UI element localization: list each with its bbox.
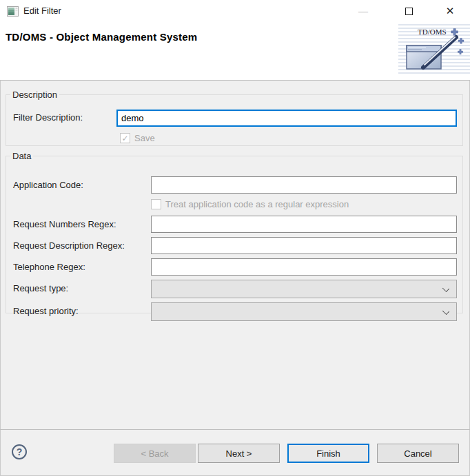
footer-separator [0, 429, 470, 430]
telephone-label: Telephone Regex: [13, 262, 85, 272]
chevron-down-icon [442, 285, 449, 292]
page-title: TD/OMS - Object Management System [6, 31, 197, 43]
request-description-input[interactable] [151, 237, 457, 254]
finish-button[interactable]: Finish [287, 444, 369, 463]
maximize-icon [405, 8, 413, 15]
dialog-window-icon [7, 6, 19, 17]
question-icon: ? [17, 446, 23, 457]
tdoms-logo: TD/OMS [398, 22, 470, 74]
request-priority-select[interactable] [151, 302, 457, 321]
save-checkbox[interactable]: ✓ [120, 133, 130, 143]
close-icon: ✕ [446, 5, 455, 17]
save-checkbox-label: Save [134, 133, 155, 143]
window-title: Edit Filter [23, 0, 61, 22]
minimize-button[interactable]: — [343, 0, 384, 22]
header-separator [0, 80, 470, 81]
maximize-button[interactable] [388, 0, 429, 22]
data-group: Data Application Code: Treat application… [6, 151, 463, 313]
description-group-legend: Description [10, 90, 59, 100]
titlebar: Edit Filter — ✕ [0, 0, 470, 22]
request-description-label: Request Description Regex: [13, 240, 125, 251]
request-numbers-label: Request Numbers Regex: [13, 219, 116, 229]
check-icon: ✓ [121, 134, 128, 143]
description-group: Description Filter Description: ✓ Save [6, 90, 463, 146]
save-checkbox-row: ✓ Save [120, 133, 155, 143]
request-priority-label: Request priority: [13, 306, 79, 316]
chevron-down-icon [442, 308, 449, 315]
treat-as-regex-label: Treat application code as a regular expr… [165, 199, 349, 209]
treat-as-regex-checkbox[interactable] [151, 199, 161, 209]
regex-checkbox-row: Treat application code as a regular expr… [151, 199, 349, 209]
application-code-label: Application Code: [13, 180, 83, 190]
next-button[interactable]: Next > [198, 444, 280, 463]
filter-description-input[interactable] [116, 110, 457, 127]
filter-description-label: Filter Description: [13, 112, 83, 123]
help-button[interactable]: ? [12, 444, 27, 459]
request-type-select[interactable] [151, 280, 457, 298]
back-button: < Back [114, 444, 196, 463]
data-group-legend: Data [10, 151, 33, 161]
wizard-wand-icon: TD/OMS [398, 22, 470, 74]
request-type-label: Request type: [13, 283, 68, 293]
close-button[interactable]: ✕ [429, 0, 470, 22]
wizard-header: TD/OMS - Object Management System TD/OMS [0, 22, 470, 80]
application-code-input[interactable] [151, 176, 457, 194]
request-numbers-input[interactable] [151, 216, 457, 233]
svg-text:TD/OMS: TD/OMS [418, 28, 447, 36]
edit-filter-dialog: Edit Filter — ✕ TD/OMS - Object Manageme… [0, 0, 470, 476]
telephone-input[interactable] [151, 258, 457, 276]
cancel-button[interactable]: Cancel [377, 444, 459, 463]
